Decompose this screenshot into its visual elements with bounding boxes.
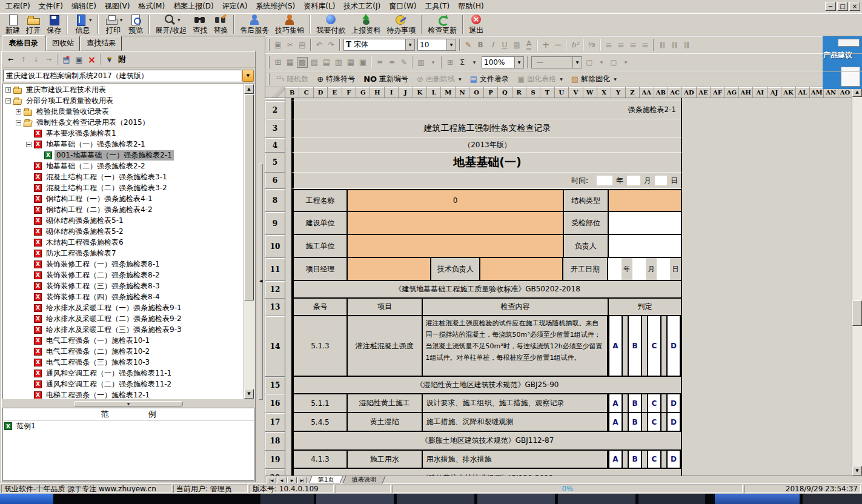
tree-item[interactable]: 给水排水及采暖工程（二）强条施检表9-2: [3, 313, 244, 324]
column-header-Q[interactable]: Q: [498, 87, 512, 98]
redo-icon[interactable]: [326, 39, 337, 50]
font-name-select[interactable]: T 宋体 ▼: [343, 39, 415, 51]
column-header-AH[interactable]: AH: [739, 87, 753, 98]
toolbar-grip[interactable]: [268, 39, 270, 51]
back-button[interactable]: [4, 53, 17, 66]
tree-item[interactable]: 通风和空调工程（二）强条施检表11-2: [3, 379, 244, 390]
chevron-down-icon[interactable]: ▼: [620, 57, 631, 68]
judgment-C-cell[interactable]: C: [647, 394, 661, 412]
toolbar-info-button[interactable]: ▼信息: [70, 14, 95, 36]
copy-button[interactable]: [73, 53, 85, 66]
column-header-Y[interactable]: Y: [611, 87, 625, 98]
tree-item[interactable]: −强制性条文检查记录用表（2015）: [3, 117, 244, 128]
diagonal-border-alt-icon[interactable]: [608, 57, 619, 68]
judgment-C-cell[interactable]: C: [647, 451, 661, 468]
column-header-AD[interactable]: AD: [682, 87, 696, 98]
undo-icon[interactable]: [314, 39, 325, 50]
tree-item[interactable]: 给水排水及采暖工程（三）强条施检表9-3: [3, 324, 244, 335]
column-header-AE[interactable]: AE: [697, 87, 711, 98]
down-button[interactable]: [30, 53, 42, 66]
chevron-down-icon[interactable]: ▼: [614, 77, 617, 81]
vertical-text-icon[interactable]: [657, 39, 668, 50]
menu-item-2[interactable]: 文件(F): [35, 0, 67, 13]
table-style-icon[interactable]: [345, 57, 356, 68]
person-in-charge-field[interactable]: [609, 235, 681, 257]
toolbar-grip[interactable]: [268, 73, 270, 85]
tree-item[interactable]: 通风和空调工程（一）强条施检表11-1: [3, 368, 244, 379]
symbol-button[interactable]: 特殊符号: [313, 73, 359, 85]
column-header-AL[interactable]: AL: [796, 87, 810, 98]
row-header[interactable]: 6: [265, 173, 285, 189]
column-header-L[interactable]: L: [427, 87, 441, 98]
solidify-button[interactable]: 固化表格▼: [513, 73, 567, 85]
row-header[interactable]: 3: [265, 119, 285, 138]
row-height-increase-icon[interactable]: [374, 57, 385, 68]
catalog-button[interactable]: 文件著录: [466, 73, 513, 85]
judgment-B-cell[interactable]: B: [628, 413, 642, 431]
construction-unit-field[interactable]: [348, 235, 564, 257]
time-month-field[interactable]: [627, 176, 640, 185]
row-header[interactable]: 17: [265, 413, 285, 432]
menu-item-4[interactable]: 视图(V): [101, 0, 134, 13]
menu-item-5[interactable]: 格式(M): [134, 0, 169, 13]
panel-splitter[interactable]: ◀: [257, 36, 265, 483]
judgment-A-cell[interactable]: A: [608, 316, 623, 376]
align-justify-icon[interactable]: [640, 39, 651, 50]
font-color-icon[interactable]: [523, 39, 534, 50]
row-header[interactable]: 15: [265, 377, 285, 394]
attach-button[interactable]: 附: [116, 53, 128, 66]
toolbar-new-button[interactable]: 新建: [2, 14, 23, 36]
column-header-H[interactable]: H: [370, 87, 384, 98]
tree-item[interactable]: 装饰装修工程（一）强条施检表8-1: [3, 259, 244, 270]
tree-item[interactable]: 电气工程强条（一）施检表10-1: [3, 335, 244, 346]
fill-color-icon[interactable]: [511, 39, 522, 50]
sheet-scrollbar-thumb[interactable]: [852, 300, 862, 326]
column-header-K[interactable]: K: [413, 87, 427, 98]
row-header[interactable]: 9: [265, 212, 285, 235]
catalog-dropdown-button[interactable]: ▼: [242, 70, 254, 82]
toolbar-preview-button[interactable]: 预览: [125, 14, 146, 36]
insert-column-icon[interactable]: [285, 57, 296, 68]
menu-item-8[interactable]: 系统维护(S): [251, 0, 299, 13]
row-header[interactable]: 11: [265, 258, 285, 281]
inspected-part-field[interactable]: [609, 212, 681, 234]
tree-item[interactable]: 电气工程强条（三）施检表10-3: [3, 357, 244, 368]
chevron-down-icon[interactable]: ▼: [428, 57, 439, 68]
font-size-select[interactable]: 10 ▼: [417, 39, 456, 51]
start-day-field[interactable]: [657, 258, 670, 280]
row-header[interactable]: 20: [265, 469, 285, 476]
tree-item[interactable]: 给水排水及采暖工程（一）强条施检表9-1: [3, 302, 244, 313]
lock-cell-icon[interactable]: [357, 57, 368, 68]
tree-item[interactable]: 001-地基基础（一）强条施检表2-1: [3, 150, 244, 161]
start-year-field[interactable]: [608, 258, 622, 280]
judgment-D-cell[interactable]: D: [666, 451, 681, 468]
horizontal-splitter[interactable]: ▼: [2, 400, 254, 407]
toolbar-expand-button[interactable]: ▼展开/收起: [152, 14, 190, 36]
random-button[interactable]: 随机数: [272, 73, 313, 85]
column-header-S[interactable]: S: [526, 87, 540, 98]
tree-scrollbar-thumb[interactable]: [244, 94, 254, 300]
tree-item[interactable]: 混凝土结构工程（一）强条施检表3-1: [3, 171, 244, 182]
column-header-M[interactable]: M: [441, 87, 455, 98]
column-header-AC[interactable]: AC: [668, 87, 682, 98]
column-header-V[interactable]: V: [569, 87, 583, 98]
judgment-A-cell[interactable]: A: [608, 394, 623, 412]
decrease-icon[interactable]: [552, 39, 563, 50]
format-brush-icon[interactable]: [463, 39, 474, 50]
tree-item[interactable]: +重庆市建设工程技术用表: [3, 84, 244, 95]
tree-expander-icon[interactable]: −: [5, 98, 11, 104]
pattern-fill-icon[interactable]: [416, 57, 426, 68]
forward-button[interactable]: [42, 53, 55, 66]
judgment-A-cell[interactable]: A: [608, 413, 623, 431]
tree-expander-icon[interactable]: −: [16, 120, 21, 125]
menu-item-12[interactable]: 工具(T): [421, 0, 454, 13]
judgment-D-cell[interactable]: D: [666, 394, 681, 412]
insert-row-icon[interactable]: [273, 57, 283, 68]
row-header[interactable]: 18: [265, 432, 285, 451]
sum-icon[interactable]: [457, 57, 468, 68]
tree-item[interactable]: −分部分项工程质量验收用表: [3, 95, 244, 106]
judgment-C-cell[interactable]: C: [647, 413, 661, 431]
column-header-AB[interactable]: AB: [654, 87, 668, 98]
catalog-select[interactable]: 重庆建设工程档案编制系统2017（建筑版）: [3, 70, 242, 82]
italic-icon[interactable]: [487, 39, 498, 50]
